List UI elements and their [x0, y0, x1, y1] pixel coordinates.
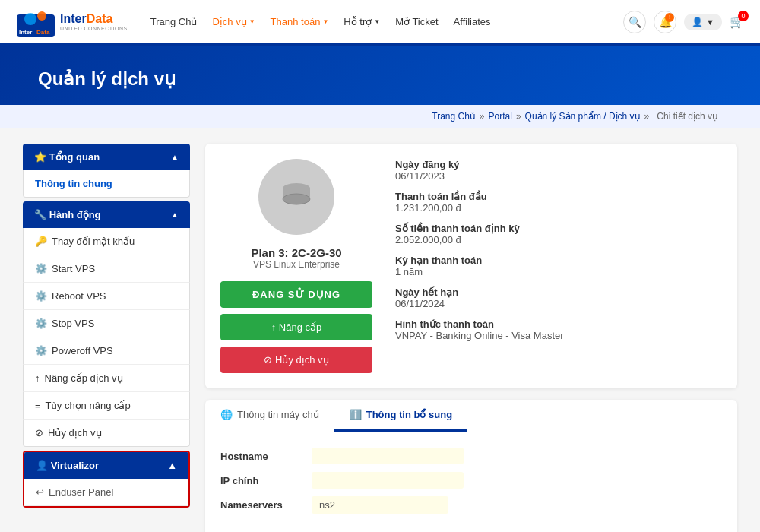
key-icon: 🔑 — [35, 236, 47, 247]
service-icon-area: Plan 3: 2C-2G-30 VPS Linux Enterprise ĐA… — [220, 159, 372, 373]
gear-icon-poweroff: ⚙️ — [35, 345, 47, 356]
hostname-row: Hostname — [220, 448, 722, 464]
sidebar-action-section: 🔧 Hành động ▲ 🔑 Thay đổi mật khẩu ⚙️ Sta… — [23, 201, 190, 447]
breadcrumb-trang-chu[interactable]: Trang Chủ — [432, 111, 476, 122]
tab-thong-tin-may-chu[interactable]: 🌐 Thông tin máy chủ — [205, 400, 334, 432]
cancel-button[interactable]: ⊘ Hủy dịch vụ — [220, 347, 372, 373]
sidebar-upgrade-service[interactable]: ↑ Nâng cấp dịch vụ — [23, 365, 190, 392]
sidebar-thong-tin-label: Thông tin chung — [35, 178, 112, 189]
page-banner: Quản lý dịch vụ — [0, 46, 760, 105]
sidebar-overview-section: ⭐ Tổng quan ▲ Thông tin chung — [23, 144, 190, 198]
globe-icon: 🌐 — [220, 409, 233, 420]
logo-inter: Inter — [60, 12, 87, 25]
ip-row: IP chính — [220, 472, 722, 489]
service-db-icon — [258, 159, 334, 235]
tab-thong-tin-bo-sung[interactable]: ℹ️ Thông tin bổ sung — [334, 400, 467, 432]
tabs-bar: 🌐 Thông tin máy chủ ℹ️ Thông tin bổ sung — [205, 400, 737, 432]
nameservers-label: Nameservers — [220, 499, 312, 511]
period-value: 1 năm — [395, 266, 722, 277]
info-icon: ℹ️ — [350, 409, 362, 420]
expiry-row: Ngày hết hạn 06/11/2024 — [395, 287, 722, 309]
status-button[interactable]: ĐANG SỬ DỤNG — [220, 281, 372, 308]
expiry-value: 06/11/2024 — [395, 298, 722, 309]
chevron-up-icon2: ▲ — [171, 211, 179, 219]
nav-dich-vu[interactable]: Dịch vụ — [212, 16, 255, 27]
header: Inter Data InterData UNITED CONNECTIONS … — [0, 0, 760, 46]
sidebar-start-vps[interactable]: ⚙️ Start VPS — [23, 255, 190, 283]
period-row: Kỳ hạn thanh toán 1 năm — [395, 255, 722, 277]
svg-text:Inter: Inter — [19, 29, 32, 36]
svg-point-1 — [24, 13, 36, 25]
logo-area: Inter Data InterData UNITED CONNECTIONS — [15, 5, 128, 39]
sidebar-poweroff-vps[interactable]: ⚙️ Poweroff VPS — [23, 337, 190, 365]
page-title: Quản lý dịch vụ — [38, 68, 722, 90]
nav-mo-ticket[interactable]: Mở Ticket — [395, 16, 438, 27]
breadcrumb-current: Chi tiết dịch vụ — [657, 111, 718, 122]
nav-ho-tro[interactable]: Hỗ trợ — [344, 16, 380, 27]
periodic-value: 2.052.000,00 đ — [395, 234, 722, 245]
nav-trang-chu[interactable]: Trang Chủ — [150, 16, 198, 27]
sidebar-cancel-service[interactable]: ⊘ Hủy dịch vụ — [23, 420, 190, 447]
nav-affiliates[interactable]: Affiliates — [454, 16, 491, 27]
expiry-label: Ngày hết hạn — [395, 287, 722, 298]
tabs-section: 🌐 Thông tin máy chủ ℹ️ Thông tin bổ sung… — [205, 400, 737, 532]
nameservers-value: ns2 — [312, 496, 448, 514]
chevron-up-icon3: ▲ — [167, 460, 177, 471]
service-buttons: ĐANG SỬ DỤNG ↑ Nâng cấp ⊘ Hủy dịch vụ — [220, 281, 372, 373]
breadcrumb: Trang Chủ » Portal » Quản lý Sản phẩm / … — [0, 105, 760, 128]
sidebar-overview-header[interactable]: ⭐ Tổng quan ▲ — [23, 144, 190, 170]
service-card: Plan 3: 2C-2G-30 VPS Linux Enterprise ĐA… — [205, 144, 737, 388]
breadcrumb-portal[interactable]: Portal — [489, 111, 512, 122]
service-plan-type: VPS Linux Enterprise — [253, 259, 340, 270]
sidebar-change-password[interactable]: 🔑 Thay đổi mật khẩu — [23, 228, 190, 255]
hostname-value — [312, 448, 464, 464]
reg-date-value: 06/11/2023 — [395, 170, 722, 182]
service-plan-name: Plan 3: 2C-2G-30 — [251, 246, 341, 259]
main-content: ⭐ Tổng quan ▲ Thông tin chung 🔧 Hành độn… — [0, 128, 760, 532]
sidebar-thong-tin-chung[interactable]: Thông tin chung — [23, 170, 190, 198]
sidebar-stop-vps[interactable]: ⚙️ Stop VPS — [23, 310, 190, 337]
main-nav: Trang Chủ Dịch vụ Thanh toán Hỗ trợ Mở T… — [150, 16, 623, 27]
cart-badge: 0 — [738, 11, 749, 21]
ip-label: IP chính — [220, 475, 312, 486]
sidebar-action-header[interactable]: 🔧 Hành động ▲ — [23, 201, 190, 228]
list-icon: ≡ — [35, 400, 41, 411]
service-info: Ngày đăng ký 06/11/2023 Thanh toán lần đ… — [395, 159, 722, 373]
breadcrumb-quan-ly[interactable]: Quản lý Sản phẩm / Dịch vụ — [525, 111, 641, 122]
chevron-up-icon: ▲ — [171, 153, 179, 161]
logo-data: Data — [87, 12, 113, 25]
sidebar-virtualiz-header[interactable]: 👤 Virtualizor ▲ — [24, 452, 188, 479]
cancel-icon: ⊘ — [35, 427, 43, 439]
nameservers-row: Nameservers ns2 — [220, 496, 722, 514]
reg-date-row: Ngày đăng ký 06/11/2023 — [395, 159, 722, 182]
search-icon[interactable]: 🔍 — [623, 11, 646, 33]
user-menu[interactable]: 👤▼ — [684, 14, 722, 30]
sidebar: ⭐ Tổng quan ▲ Thông tin chung 🔧 Hành độn… — [23, 144, 190, 532]
periodic-label: Số tiền thanh toán định kỳ — [395, 223, 722, 234]
first-payment-row: Thanh toán lần đầu 1.231.200,00 đ — [395, 191, 722, 214]
arrow-up-icon: ↑ — [35, 372, 40, 384]
first-payment-value: 1.231.200,00 đ — [395, 202, 722, 214]
content-area: Plan 3: 2C-2G-30 VPS Linux Enterprise ĐA… — [205, 144, 737, 532]
panel-icon: ↩ — [36, 486, 44, 498]
hostname-label: Hostname — [220, 451, 312, 462]
gear-icon-start: ⚙️ — [35, 263, 47, 274]
sidebar-reboot-vps[interactable]: ⚙️ Reboot VPS — [23, 283, 190, 310]
logo-sub: UNITED CONNECTIONS — [60, 26, 128, 31]
upgrade-button[interactable]: ↑ Nâng cấp — [220, 314, 372, 340]
svg-point-2 — [37, 11, 46, 21]
cart-icon[interactable]: 🛒0 — [730, 14, 745, 29]
periodic-row: Số tiền thanh toán định kỳ 2.052.000,00 … — [395, 223, 722, 245]
sidebar-enduser-panel[interactable]: ↩ Enduser Panel — [24, 479, 188, 506]
svg-text:Data: Data — [36, 29, 50, 36]
payment-method-value: VNPAY - Banking Online - Visa Master — [395, 330, 722, 341]
payment-method-row: Hình thức thanh toán VNPAY - Banking Onl… — [395, 318, 722, 341]
first-payment-label: Thanh toán lần đầu — [395, 191, 722, 202]
nav-thanh-toan[interactable]: Thanh toán — [271, 16, 329, 27]
database-icon — [277, 178, 315, 216]
sidebar-virtualiz-section: 👤 Virtualizor ▲ ↩ Enduser Panel — [23, 451, 190, 508]
period-label: Kỳ hạn thanh toán — [395, 255, 722, 266]
gear-icon-stop: ⚙️ — [35, 318, 47, 329]
bell-icon[interactable]: 🔔! — [654, 11, 676, 33]
sidebar-upgrade-options[interactable]: ≡ Tùy chọn nâng cấp — [23, 392, 190, 420]
